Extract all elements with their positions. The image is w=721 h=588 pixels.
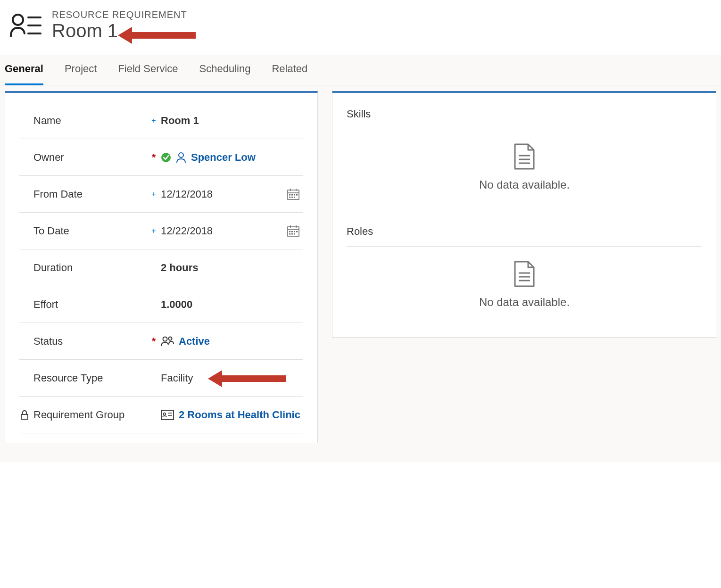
field-label: Owner <box>33 151 64 164</box>
skills-section: Skills No data available. <box>347 102 702 210</box>
resource-list-icon <box>9 11 42 40</box>
tab-scheduling[interactable]: Scheduling <box>199 55 251 85</box>
no-data-text: No data available. <box>479 178 570 191</box>
team-icon <box>161 336 174 347</box>
field-value: 12/12/2018 <box>161 188 213 200</box>
section-title: Skills <box>347 102 702 129</box>
field-label: Requirement Group <box>33 409 124 421</box>
svg-rect-16 <box>294 197 295 198</box>
no-data-block: No data available. <box>347 247 702 328</box>
svg-rect-10 <box>289 194 290 196</box>
required-indicator-icon: * <box>152 151 156 163</box>
svg-rect-31 <box>161 410 174 420</box>
form-content: Name + Room 1 Owner * Spencer Low <box>0 85 721 462</box>
roles-section: Roles No data available. <box>347 220 702 328</box>
section-title: Roles <box>347 220 702 247</box>
entity-label: RESOURCE REQUIREMENT <box>52 9 187 20</box>
person-icon <box>176 152 186 163</box>
svg-point-32 <box>164 413 166 415</box>
card-icon <box>161 410 174 420</box>
field-value: Facility <box>161 372 193 384</box>
svg-rect-15 <box>291 197 293 198</box>
svg-rect-13 <box>296 194 298 196</box>
recommended-indicator-icon: + <box>151 227 156 235</box>
owner-link[interactable]: Spencer Low <box>191 151 256 164</box>
svg-point-29 <box>169 337 172 340</box>
tab-related[interactable]: Related <box>272 55 307 85</box>
arrow-annotation-icon <box>208 369 288 388</box>
svg-point-4 <box>161 153 171 162</box>
calendar-icon[interactable] <box>287 225 303 237</box>
svg-rect-22 <box>291 231 293 232</box>
svg-rect-14 <box>289 197 290 198</box>
recommended-indicator-icon: + <box>151 190 156 198</box>
no-data-text: No data available. <box>479 296 570 309</box>
tab-project[interactable]: Project <box>65 55 97 85</box>
page-header: RESOURCE REQUIREMENT Room 1 <box>0 0 721 55</box>
field-name[interactable]: Name + Room 1 <box>19 102 303 139</box>
svg-rect-11 <box>291 194 293 196</box>
requirement-group-link[interactable]: 2 Rooms at Health Clinic <box>179 409 300 421</box>
svg-rect-12 <box>294 194 295 196</box>
field-label: Name <box>33 115 61 127</box>
recommended-indicator-icon: + <box>151 116 156 124</box>
svg-rect-24 <box>296 231 298 232</box>
svg-point-0 <box>13 15 23 25</box>
field-value: 12/22/2018 <box>161 225 213 237</box>
lock-icon <box>19 410 30 420</box>
field-effort[interactable]: Effort 1.0000 <box>19 286 303 323</box>
field-label: To Date <box>33 225 69 237</box>
svg-rect-30 <box>21 414 28 419</box>
field-to-date[interactable]: To Date + 12/22/2018 <box>19 213 303 249</box>
field-value: 2 hours <box>161 262 198 274</box>
required-indicator-icon: * <box>152 335 156 347</box>
check-circle-icon <box>161 152 171 163</box>
svg-rect-27 <box>294 233 295 235</box>
field-owner[interactable]: Owner * Spencer Low <box>19 139 303 176</box>
field-label: Duration <box>33 262 73 274</box>
field-label: Resource Type <box>33 372 103 384</box>
field-requirement-group[interactable]: Requirement Group 2 Rooms at Health Clin… <box>19 397 303 433</box>
side-panel: Skills No data available. Roles No data … <box>332 91 716 338</box>
svg-rect-25 <box>289 233 290 235</box>
field-label: Status <box>33 335 63 348</box>
svg-point-28 <box>163 337 167 341</box>
svg-rect-26 <box>291 233 293 235</box>
calendar-icon[interactable] <box>287 189 303 200</box>
document-icon <box>513 261 536 287</box>
arrow-annotation-icon <box>118 26 198 45</box>
field-resource-type[interactable]: Resource Type Facility <box>19 360 303 397</box>
document-icon <box>513 143 536 170</box>
tab-general[interactable]: General <box>5 55 43 85</box>
general-panel: Name + Room 1 Owner * Spencer Low <box>5 91 318 443</box>
svg-rect-23 <box>294 231 295 232</box>
field-label: Effort <box>33 298 58 311</box>
svg-rect-21 <box>289 231 290 232</box>
field-value: Room 1 <box>161 115 199 127</box>
field-from-date[interactable]: From Date + 12/12/2018 <box>19 176 303 213</box>
no-data-block: No data available. <box>347 129 702 210</box>
tab-field-service[interactable]: Field Service <box>118 55 178 85</box>
field-value: 1.0000 <box>161 298 192 311</box>
field-label: From Date <box>33 188 83 200</box>
field-duration[interactable]: Duration 2 hours <box>19 249 303 286</box>
field-status[interactable]: Status * Active <box>19 323 303 360</box>
svg-point-5 <box>179 153 183 157</box>
status-link[interactable]: Active <box>179 335 210 348</box>
tab-bar: General Project Field Service Scheduling… <box>0 55 721 85</box>
